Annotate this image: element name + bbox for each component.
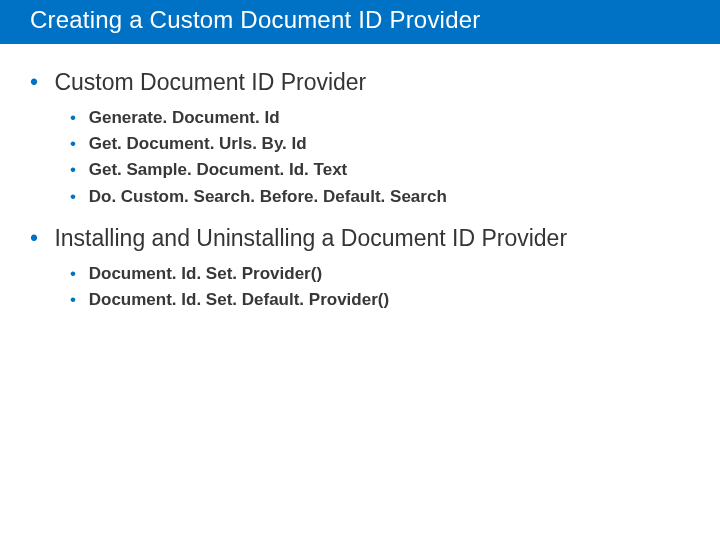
bullet-level2-text: Document. Id. Set. Default. Provider() <box>89 290 389 309</box>
bullet-level2-text: Get. Sample. Document. Id. Text <box>89 160 348 179</box>
bullet-icon: • <box>70 184 84 210</box>
bullet-level2: • Get. Document. Urls. By. Id <box>70 131 690 157</box>
bullet-level1-text: Custom Document ID Provider <box>54 68 366 97</box>
bullet-level2: • Get. Sample. Document. Id. Text <box>70 157 690 183</box>
bullet-level2-group: • Document. Id. Set. Provider() • Docume… <box>70 261 690 314</box>
slide-body: • Custom Document ID Provider • Generate… <box>0 44 720 314</box>
bullet-icon: • <box>70 261 84 287</box>
bullet-level2-text: Document. Id. Set. Provider() <box>89 264 322 283</box>
bullet-level1: • Custom Document ID Provider <box>30 68 690 97</box>
bullet-level2: • Document. Id. Set. Default. Provider() <box>70 287 690 313</box>
bullet-icon: • <box>70 287 84 313</box>
bullet-level1: • Installing and Uninstalling a Document… <box>30 224 690 253</box>
bullet-level1-text: Installing and Uninstalling a Document I… <box>54 224 567 253</box>
bullet-level2-text: Get. Document. Urls. By. Id <box>89 134 307 153</box>
slide-title: Creating a Custom Document ID Provider <box>0 0 720 44</box>
bullet-level2: • Document. Id. Set. Provider() <box>70 261 690 287</box>
bullet-level2: • Do. Custom. Search. Before. Default. S… <box>70 184 690 210</box>
bullet-icon: • <box>30 224 48 253</box>
bullet-level2-group: • Generate. Document. Id • Get. Document… <box>70 105 690 210</box>
slide-title-text: Creating a Custom Document ID Provider <box>30 6 480 33</box>
bullet-level2-text: Generate. Document. Id <box>89 108 280 127</box>
bullet-icon: • <box>70 105 84 131</box>
bullet-level2: • Generate. Document. Id <box>70 105 690 131</box>
bullet-icon: • <box>70 131 84 157</box>
bullet-icon: • <box>70 157 84 183</box>
bullet-level2-text: Do. Custom. Search. Before. Default. Sea… <box>89 187 447 206</box>
slide: Creating a Custom Document ID Provider •… <box>0 0 720 540</box>
bullet-icon: • <box>30 68 48 97</box>
